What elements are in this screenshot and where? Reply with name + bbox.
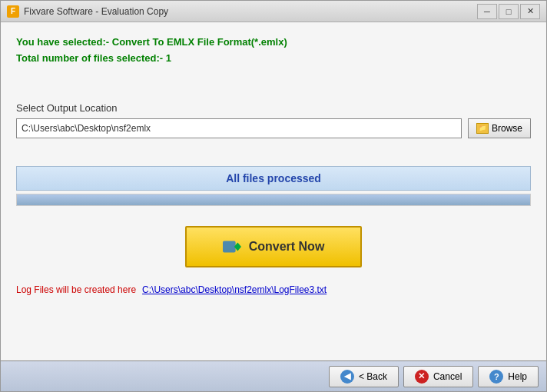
maximize-button[interactable]: □ xyxy=(499,4,519,19)
convert-section: Convert Now xyxy=(16,226,531,267)
main-window: F Fixvare Software - Evaluation Copy ─ □… xyxy=(0,0,547,392)
minimize-button[interactable]: ─ xyxy=(477,4,497,19)
progress-bar-fill xyxy=(17,194,530,205)
output-row: 📁 Browse xyxy=(16,118,531,138)
convert-arrow-icon xyxy=(223,238,241,255)
log-label: Log Files will be created here xyxy=(16,284,136,295)
output-label: Select Output Location xyxy=(16,102,531,114)
cancel-icon: ✕ xyxy=(415,370,429,384)
app-icon: F xyxy=(7,5,19,18)
help-icon: ? xyxy=(489,370,503,384)
log-link[interactable]: C:\Users\abc\Desktop\nsf2emlx\LogFilee3.… xyxy=(142,284,327,295)
svg-rect-0 xyxy=(223,241,236,252)
progress-bar-container xyxy=(16,194,531,206)
bottom-bar: ◀ < Back ✕ Cancel ? Help xyxy=(1,360,546,391)
progress-section: All files processed xyxy=(16,166,531,206)
all-files-processed-bar: All files processed xyxy=(16,166,531,191)
log-section: Log Files will be created here C:\Users\… xyxy=(16,284,531,295)
help-label: Help xyxy=(508,371,527,382)
window-controls: ─ □ ✕ xyxy=(477,4,540,19)
format-line: You have selected:- Convert To EMLX File… xyxy=(16,35,531,51)
back-button[interactable]: ◀ < Back xyxy=(329,366,399,387)
window-title: Fixvare Software - Evaluation Copy xyxy=(24,6,477,17)
close-button[interactable]: ✕ xyxy=(520,4,540,19)
browse-button[interactable]: 📁 Browse xyxy=(468,118,531,138)
convert-label: Convert Now xyxy=(249,240,325,254)
output-path-input[interactable] xyxy=(16,118,462,138)
browse-label: Browse xyxy=(492,123,522,134)
help-button[interactable]: ? Help xyxy=(478,366,539,387)
back-icon: ◀ xyxy=(340,370,354,384)
content-area: You have selected:- Convert To EMLX File… xyxy=(1,22,546,360)
cancel-button[interactable]: ✕ Cancel xyxy=(403,366,473,387)
cancel-label: Cancel xyxy=(433,371,462,382)
folder-icon: 📁 xyxy=(476,123,489,134)
title-bar: F Fixvare Software - Evaluation Copy ─ □… xyxy=(1,1,546,22)
total-files-line: Total number of files selected:- 1 xyxy=(16,51,531,67)
back-label: < Back xyxy=(359,371,387,382)
selected-format-info: You have selected:- Convert To EMLX File… xyxy=(16,35,531,67)
convert-now-button[interactable]: Convert Now xyxy=(185,226,362,267)
output-section: Select Output Location 📁 Browse xyxy=(16,102,531,138)
